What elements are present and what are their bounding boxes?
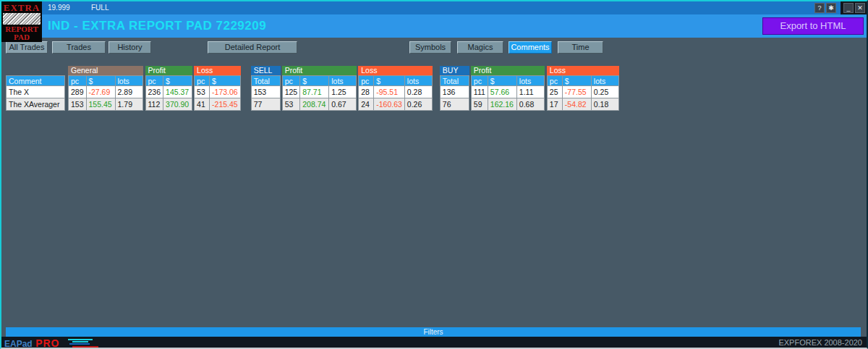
loss-group-header: Loss — [194, 66, 241, 75]
cell-lots: 0.28 — [404, 86, 432, 98]
tab-detailed-report[interactable]: Detailed Report — [208, 41, 297, 54]
cell-pc: 125 — [282, 86, 300, 98]
sell-group-header: SELL — [251, 66, 281, 75]
cell-lots: 0.68 — [516, 98, 544, 111]
cell-usd: 57.66 — [488, 86, 516, 98]
cell-usd: 87.71 — [300, 86, 329, 98]
profit-group-header: Profit — [471, 66, 545, 75]
sell-profit-group: Profit pc $ lots 125 87.71 1.25 53 208.7… — [282, 66, 357, 111]
col-header-lots: lots — [115, 76, 142, 86]
col-header-lots: lots — [516, 76, 544, 86]
cell-lots: 1.11 — [516, 86, 544, 98]
buy-total-group: BUY Total 136 76 — [440, 66, 469, 111]
license-mode: FULL — [91, 4, 109, 12]
col-header-usd: $ — [562, 76, 591, 86]
tab-trades[interactable]: Trades — [52, 41, 106, 54]
account-number: 19.999 — [48, 4, 70, 12]
cell-pc: 17 — [547, 98, 562, 111]
copyright-text: EXPFOREX 2008-2020 — [778, 338, 862, 347]
col-header-pc: pc — [471, 76, 488, 86]
col-header-lots: lots — [591, 76, 618, 86]
comment-cell: The XAverager — [7, 98, 65, 111]
brand-eapad: EAPad — [4, 339, 33, 349]
col-header-usd: $ — [86, 76, 115, 86]
col-header-usd: $ — [210, 76, 241, 86]
profit-group-header: Profit — [282, 66, 357, 75]
cell-pc: 112 — [145, 98, 163, 111]
col-header-lots: lots — [329, 76, 357, 86]
col-header-total: Total — [251, 76, 280, 86]
tab-magics[interactable]: Magics — [457, 41, 503, 54]
col-header-pc: pc — [547, 76, 562, 86]
col-header-pc: pc — [282, 76, 300, 86]
cell-lots: 0.26 — [404, 98, 432, 111]
cell-usd: -173.06 — [210, 86, 241, 98]
cell-lots: 0.67 — [329, 98, 357, 111]
buy-loss-group: Loss pc $ lots 25 -77.55 0.25 17 -54.82 … — [547, 66, 619, 111]
logo-line-pad: PAD — [1, 33, 42, 41]
help-icon[interactable]: ? — [814, 3, 825, 13]
extra-report-pad-logo: EXTRA REPORT PAD — [1, 1, 42, 42]
col-header-pc: pc — [195, 76, 210, 86]
cell-total: 77 — [251, 98, 280, 111]
cell-lots: 1.25 — [329, 86, 357, 98]
col-header-total: Total — [440, 76, 469, 86]
cell-usd: 370.90 — [163, 98, 192, 111]
close-icon[interactable]: ✕ — [855, 3, 865, 13]
logo-line-extra: EXTRA — [1, 3, 42, 12]
buy-profit-group: Profit pc $ lots 111 57.66 1.11 59 162.1… — [471, 66, 545, 111]
settings-icon[interactable]: ✱ — [826, 3, 836, 13]
cell-pc: 28 — [359, 86, 374, 98]
comment-group: Comment The X The XAverager — [6, 66, 65, 111]
cell-lots: 0.25 — [591, 86, 618, 98]
export-to-html-button[interactable]: Export to HTML — [762, 17, 864, 35]
tab-symbols[interactable]: Symbols — [409, 41, 451, 54]
buy-group-header: BUY — [440, 66, 469, 75]
all-loss-group: Loss pc $ 53 -173.06 41 -215.45 — [194, 66, 241, 111]
col-header-usd: $ — [374, 76, 405, 86]
tab-all-trades[interactable]: All Trades — [6, 41, 48, 54]
cell-usd: -95.51 — [374, 86, 405, 98]
brand-underline — [72, 346, 98, 348]
filters-bar[interactable]: Filters — [6, 327, 861, 337]
app-window: 19.999 FULL ? ✱ _ ✕ IND - EXTRA REPORT P… — [0, 0, 868, 349]
cell-lots: 1.79 — [115, 98, 142, 111]
cell-pc: 289 — [69, 86, 87, 98]
cell-pc: 41 — [195, 98, 210, 111]
col-header-usd: $ — [488, 76, 516, 86]
tab-time[interactable]: Time — [558, 41, 603, 54]
cell-usd: 208.74 — [300, 98, 329, 111]
minimize-icon[interactable]: _ — [843, 3, 854, 13]
header-bar: IND - EXTRA REPORT PAD 7229209 Export to… — [1, 14, 867, 38]
cell-usd: 155.45 — [86, 98, 115, 111]
col-header-lots: lots — [404, 76, 432, 86]
all-profit-group: Profit pc $ 236 145.37 112 370.90 — [145, 66, 193, 111]
cell-pc: 24 — [359, 98, 374, 111]
cell-usd: -215.45 — [210, 98, 241, 111]
cell-pc: 111 — [471, 86, 488, 98]
cell-pc: 153 — [69, 98, 87, 111]
comment-column-header: Comment — [7, 76, 65, 86]
cell-pc: 236 — [145, 86, 163, 98]
cell-usd: -77.55 — [562, 86, 591, 98]
cell-total: 136 — [440, 86, 469, 98]
sell-total-group: SELL Total 153 77 — [251, 66, 281, 111]
comment-cell: The X — [7, 86, 65, 98]
tab-comments[interactable]: Comments — [509, 41, 552, 54]
profit-group-header: Profit — [145, 66, 193, 75]
tab-history[interactable]: History — [109, 41, 151, 54]
col-header-usd: $ — [163, 76, 192, 86]
general-group-header: General — [68, 66, 143, 75]
col-header-pc: pc — [145, 76, 163, 86]
eapad-pro-logo: EAPad PRO — [4, 337, 59, 349]
titlebar: 19.999 FULL ? ✱ _ ✕ — [1, 1, 867, 14]
loss-group-header: Loss — [547, 66, 619, 75]
col-header-usd: $ — [300, 76, 329, 86]
cell-usd: 162.16 — [488, 98, 516, 111]
cell-pc: 53 — [282, 98, 300, 111]
cell-lots: 0.18 — [591, 98, 618, 111]
comments-report-table: Comment The X The XAverager General pc $… — [6, 66, 619, 111]
cell-pc: 53 — [195, 86, 210, 98]
sell-loss-group: Loss pc $ lots 28 -95.51 0.28 24 -160.63… — [358, 66, 433, 111]
chart-lines-icon — [68, 339, 93, 345]
